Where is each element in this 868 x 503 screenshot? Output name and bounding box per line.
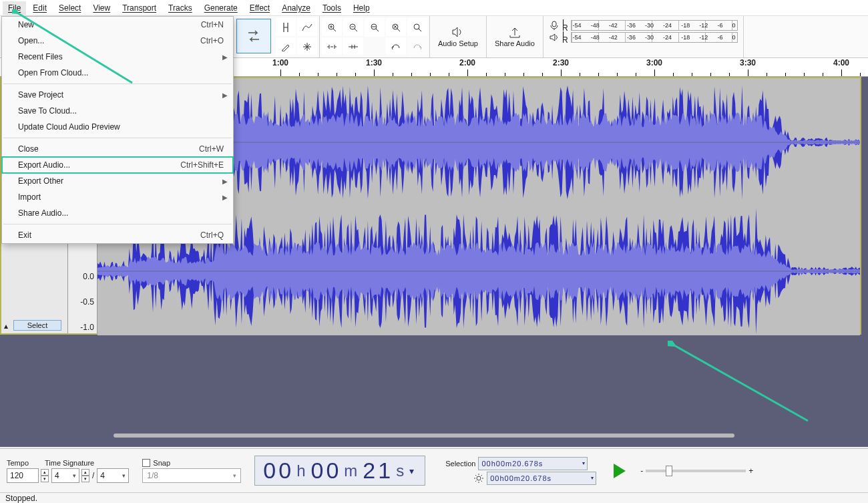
- file-menu-item[interactable]: Share Audio...: [2, 205, 233, 221]
- timesig-num-spinner[interactable]: ▴▾: [81, 469, 89, 482]
- snap-label: Snap: [153, 459, 170, 467]
- status-text: Stopped.: [5, 494, 37, 503]
- file-menu-item[interactable]: Import▶: [2, 189, 233, 205]
- speaker-icon: [451, 26, 465, 38]
- menu-help[interactable]: Help: [348, 1, 375, 15]
- silence-button[interactable]: [343, 37, 363, 55]
- menu-tools[interactable]: Tools: [317, 1, 347, 15]
- undo-button[interactable]: [386, 37, 406, 55]
- tempo-label: Tempo: [7, 459, 29, 467]
- multi-tool-button[interactable]: [297, 37, 317, 55]
- playback-meter[interactable]: -54-48-42-36-30-24-18-12-60: [571, 32, 738, 43]
- draw-tool-button[interactable]: [276, 37, 296, 55]
- file-menu-dropdown: NewCtrl+NOpen...Ctrl+ORecent Files▶Open …: [1, 16, 234, 244]
- time-display[interactable]: 00h 00m 21s ▾: [254, 456, 425, 486]
- share-audio-button[interactable]: Share Audio: [488, 17, 541, 56]
- bottom-toolbar: Tempo Time Signature 120 ▴▾ 4 ▴▾ / 4 Sna…: [0, 448, 868, 492]
- track-select-button[interactable]: Select: [13, 320, 61, 331]
- selection-start[interactable]: 00h00m20.678s: [478, 457, 588, 470]
- zoom-toggle-button[interactable]: [407, 18, 427, 36]
- file-menu-item[interactable]: ExitCtrl+Q: [2, 227, 233, 243]
- fit-selection-button[interactable]: [365, 18, 385, 37]
- horizontal-scrollbar[interactable]: [114, 434, 734, 438]
- svg-point-8: [477, 476, 481, 480]
- selection-tool-button[interactable]: [276, 18, 296, 36]
- file-menu-item[interactable]: Export Audio...Ctrl+Shift+E: [2, 157, 233, 173]
- trim-button[interactable]: [322, 37, 342, 55]
- loop-tool-button[interactable]: [236, 19, 271, 53]
- file-menu-item[interactable]: Save To Cloud...: [2, 103, 233, 119]
- zoom-in-button[interactable]: [322, 18, 342, 36]
- timesig-label: Time Signature: [45, 459, 94, 467]
- share-audio-label: Share Audio: [495, 39, 535, 47]
- file-menu-item[interactable]: Open...Ctrl+O: [2, 33, 233, 49]
- audio-setup-label: Audio Setup: [438, 39, 478, 47]
- file-menu-item[interactable]: CloseCtrl+W: [2, 141, 233, 157]
- menu-tracks[interactable]: Tracks: [163, 1, 198, 15]
- file-menu-item[interactable]: Save Project▶: [2, 87, 233, 103]
- recording-meter[interactable]: -54-48-42-36-30-24-18-12-60: [571, 20, 738, 31]
- menu-transport[interactable]: Transport: [117, 1, 162, 15]
- snap-select[interactable]: 1/8: [142, 468, 241, 483]
- menu-generate[interactable]: Generate: [199, 1, 243, 15]
- menu-effect[interactable]: Effect: [244, 1, 275, 15]
- upload-icon: [508, 26, 521, 38]
- selection-label: Selection: [445, 460, 475, 468]
- status-bar: Stopped.: [0, 492, 868, 503]
- redo-button[interactable]: [407, 37, 427, 55]
- zoom-out-button[interactable]: [343, 18, 363, 36]
- menu-edit[interactable]: Edit: [27, 1, 52, 15]
- file-menu-item[interactable]: Open From Cloud...: [2, 65, 233, 81]
- menu-view[interactable]: View: [87, 1, 116, 15]
- play-button[interactable]: [614, 464, 626, 478]
- timesig-denominator[interactable]: 4: [97, 468, 129, 483]
- selection-end[interactable]: 00h00m20.678s: [487, 472, 596, 485]
- svg-point-4: [414, 24, 419, 29]
- menu-file[interactable]: File: [3, 1, 26, 15]
- gear-icon[interactable]: [473, 473, 484, 484]
- track-collapse-button[interactable]: ▴: [4, 321, 8, 331]
- microphone-icon: [549, 21, 560, 30]
- playback-speed-slider[interactable]: [646, 470, 746, 472]
- timesig-numerator[interactable]: 4: [51, 468, 79, 483]
- tempo-spinner[interactable]: ▴▾: [41, 469, 49, 482]
- meters: LR -54-48-42-36-30-24-18-12-60 LR -54-48…: [545, 17, 742, 56]
- tempo-input[interactable]: 120: [7, 468, 39, 483]
- svg-rect-5: [552, 21, 556, 27]
- menubar: File Edit Select View Transport Tracks G…: [0, 0, 868, 16]
- envelope-tool-button[interactable]: [297, 18, 317, 36]
- menu-analyze[interactable]: Analyze: [276, 1, 316, 15]
- file-menu-item[interactable]: NewCtrl+N: [2, 17, 233, 33]
- file-menu-item[interactable]: Export Other▶: [2, 173, 233, 189]
- audio-setup-button[interactable]: Audio Setup: [431, 17, 485, 56]
- file-menu-item[interactable]: Recent Files▶: [2, 49, 233, 65]
- menu-select[interactable]: Select: [53, 1, 86, 15]
- file-menu-item[interactable]: Update Cloud Audio Preview: [2, 119, 233, 135]
- speaker-meter-icon: [549, 33, 560, 42]
- snap-checkbox[interactable]: [142, 459, 150, 467]
- fit-project-button[interactable]: [386, 18, 406, 36]
